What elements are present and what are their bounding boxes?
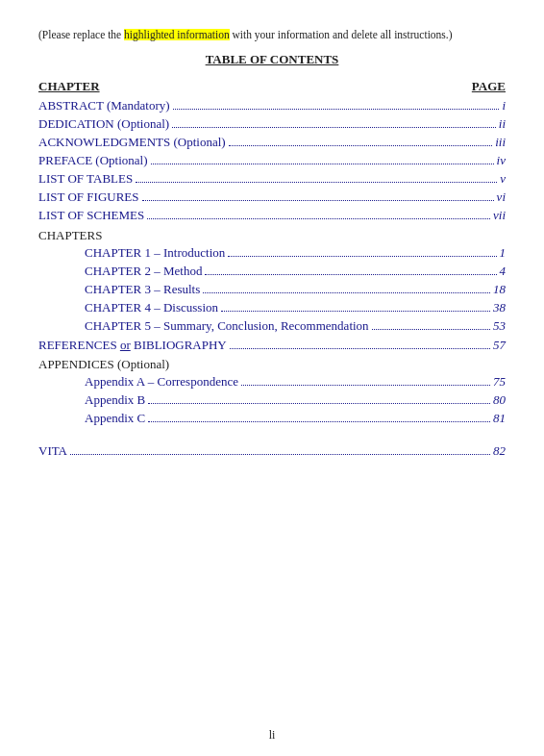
toc-page-list-tables: v: [500, 171, 506, 187]
toc-row-preface: PREFACE (Optional) iv: [38, 153, 506, 168]
toc-dots-preface: [151, 164, 494, 164]
toc-label-appendix-b: Appendix B: [85, 392, 145, 408]
toc-page-appendix-a: 75: [493, 374, 506, 390]
chapter-header-label: CHAPTER: [38, 79, 100, 94]
toc-dots-chapter4: [221, 311, 490, 312]
toc-label-abstract: ABSTRACT (Mandatory): [38, 98, 170, 113]
page-header-label: PAGE: [472, 79, 506, 94]
instruction-after: with your information and delete all ins…: [230, 29, 453, 40]
toc-dots-list-schemes: [147, 218, 490, 219]
toc-row-vita: VITA 82: [38, 443, 506, 459]
toc-label-acknowledgments: ACKNOWLEDGMENTS (Optional): [38, 135, 226, 150]
toc-page-acknowledgments: iii: [495, 135, 506, 150]
toc-row-list-figures: LIST OF FIGURES vi: [38, 189, 506, 205]
toc-label-appendix-c: Appendix C: [85, 411, 145, 426]
toc-dots-list-tables: [136, 182, 497, 183]
page: (Please replace the highlighted informat…: [0, 0, 544, 756]
toc-label-chapter3: CHAPTER 3 – Results: [85, 282, 200, 297]
toc-row-list-tables: LIST OF TABLES v: [38, 171, 506, 187]
instruction-highlight: highlighted information: [124, 29, 230, 40]
toc-label-vita: VITA: [38, 443, 67, 459]
toc-row-abstract: ABSTRACT (Mandatory) i: [38, 98, 506, 113]
toc-row-appendix-c: Appendix C 81: [38, 411, 506, 426]
toc-row-references: REFERENCES or BIBLIOGRAPHY 57: [38, 338, 506, 353]
toc-row-chapter2: CHAPTER 2 – Method 4: [38, 264, 506, 279]
toc-dots-acknowledgments: [229, 145, 493, 146]
toc-label-chapter4: CHAPTER 4 – Discussion: [85, 300, 218, 315]
toc-label-appendix-a: Appendix A – Correspondence: [85, 374, 238, 390]
toc-dots-appendix-a: [241, 385, 490, 386]
toc-page-appendix-b: 80: [493, 392, 506, 408]
toc-page-list-figures: vi: [497, 189, 506, 205]
toc-dots-chapter2: [205, 274, 496, 275]
toc-dots-abstract: [173, 109, 500, 110]
toc-row-appendix-a: Appendix A – Correspondence 75: [38, 374, 506, 390]
toc-dots-list-figures: [142, 200, 494, 201]
toc-page-preface: iv: [497, 153, 506, 168]
toc-label-chapter5: CHAPTER 5 – Summary, Conclusion, Recomme…: [85, 318, 369, 334]
toc-label-list-figures: LIST OF FIGURES: [38, 189, 139, 205]
toc-label-dedication: DEDICATION (Optional): [38, 116, 169, 132]
toc-dots-references: [230, 348, 490, 349]
toc-page-abstract: i: [502, 98, 506, 113]
toc-page-chapter1: 1: [500, 245, 507, 261]
toc-row-acknowledgments: ACKNOWLEDGMENTS (Optional) iii: [38, 135, 506, 150]
toc-header: CHAPTER PAGE: [38, 79, 506, 94]
toc-page-appendix-c: 81: [493, 411, 506, 426]
toc-dots-dedication: [172, 127, 496, 128]
toc-label-list-tables: LIST OF TABLES: [38, 171, 133, 187]
toc-dots-chapter1: [228, 256, 496, 257]
toc-dots-chapter5: [372, 329, 490, 330]
chapters-section-label: CHAPTERS: [38, 228, 506, 243]
toc-page-references: 57: [493, 338, 506, 353]
toc-dots-chapter3: [203, 292, 490, 293]
toc-row-list-schemes: LIST OF SCHEMES vii: [38, 208, 506, 223]
toc-label-chapter2: CHAPTER 2 – Method: [85, 264, 202, 279]
toc-row-appendix-b: Appendix B 80: [38, 392, 506, 408]
toc-label-references: REFERENCES or BIBLIOGRAPHY: [38, 338, 227, 353]
toc-row-chapter1: CHAPTER 1 – Introduction 1: [38, 245, 506, 261]
toc-label-preface: PREFACE (Optional): [38, 153, 148, 168]
toc-dots-appendix-c: [148, 421, 490, 422]
appendices-section-label: APPENDICES (Optional): [38, 357, 506, 372]
toc-row-chapter5: CHAPTER 5 – Summary, Conclusion, Recomme…: [38, 318, 506, 334]
toc-row-chapter4: CHAPTER 4 – Discussion 38: [38, 300, 506, 315]
toc-page-chapter3: 18: [493, 282, 506, 297]
instruction-before: (Please replace the: [38, 29, 124, 40]
toc-page-list-schemes: vii: [493, 208, 506, 223]
footer-page-number: li: [0, 728, 544, 743]
toc-page-dedication: ii: [499, 116, 506, 132]
toc-row-dedication: DEDICATION (Optional) ii: [38, 116, 506, 132]
toc-label-list-schemes: LIST OF SCHEMES: [38, 208, 144, 223]
toc-page-chapter2: 4: [500, 264, 507, 279]
instruction-text: (Please replace the highlighted informat…: [38, 27, 506, 42]
toc-title: TABLE OF CONTENTS: [38, 52, 506, 67]
toc-row-chapter3: CHAPTER 3 – Results 18: [38, 282, 506, 297]
toc-page-chapter5: 53: [493, 318, 506, 334]
toc-label-chapter1: CHAPTER 1 – Introduction: [85, 245, 225, 261]
toc-page-chapter4: 38: [493, 300, 506, 315]
toc-page-vita: 82: [493, 443, 506, 459]
toc-dots-appendix-b: [148, 403, 490, 404]
toc-dots-vita: [70, 454, 490, 455]
